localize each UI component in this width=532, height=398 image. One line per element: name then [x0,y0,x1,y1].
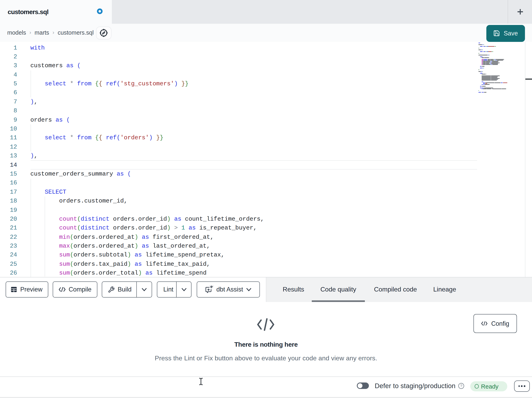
svg-text:?: ? [460,384,462,388]
